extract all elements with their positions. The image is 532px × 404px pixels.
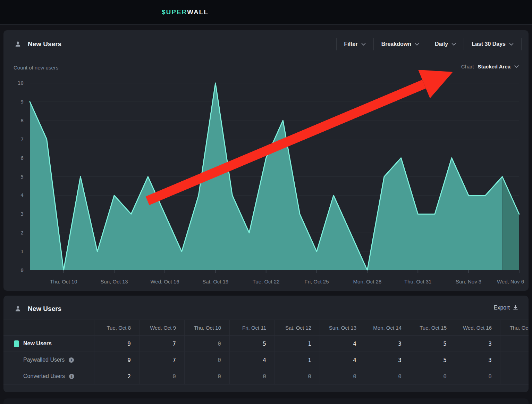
table-column-header: Tue, Oct 8	[94, 320, 139, 335]
table-value-cell: 3	[365, 336, 410, 352]
daily-granularity-dropdown[interactable]: Daily	[427, 38, 464, 50]
table-value-cell: 1	[275, 352, 320, 368]
table-column-header: Thu, Oct 10	[184, 320, 229, 335]
y-axis-tick-label: 10	[18, 80, 24, 86]
chevron-down-icon	[451, 43, 456, 46]
table-value-cell: 5	[229, 336, 275, 352]
y-axis-tick-label: 8	[20, 118, 24, 123]
data-table: Tue, Oct 8Wed, Oct 9Thu, Oct 10Fri, Oct …	[3, 320, 529, 385]
table-value-cell: 0	[184, 368, 229, 384]
table-value-cell	[500, 368, 529, 384]
row-label: Converted Users	[23, 373, 65, 379]
date-range-label: Last 30 Days	[472, 41, 506, 47]
table-value-cell: 1	[275, 336, 320, 352]
row-label: Paywalled Users	[23, 357, 65, 363]
superwall-logo: $UPERWALL	[162, 8, 209, 16]
row-label-cell: Converted Usersi	[3, 368, 94, 384]
export-label: Export	[494, 305, 510, 311]
x-axis-tick-label: Sun, Nov 3	[456, 279, 481, 285]
x-axis-tick-label: Wed, Oct 16	[150, 279, 179, 285]
y-axis-tick-label: 4	[20, 192, 24, 198]
x-axis-tick-label: Thu, Oct 31	[404, 279, 431, 285]
table-column-header: Tue, Oct 15	[410, 320, 455, 335]
table-value-cell: 3	[455, 336, 500, 352]
chart-type-label: Chart	[461, 64, 474, 69]
table-value-cell	[500, 336, 529, 352]
export-button[interactable]: Export	[494, 305, 518, 311]
next-card-edge	[3, 398, 529, 404]
table-value-cell: 4	[320, 336, 365, 352]
breakdown-label: Breakdown	[381, 41, 411, 47]
logo-accent-text: $UPER	[162, 8, 187, 16]
x-axis-tick-label: Wed, Nov 6	[497, 279, 524, 285]
stacked-area-chart: 012345678910Thu, Oct 10Sun, Oct 13Wed, O…	[3, 30, 529, 291]
series-color-swatch	[14, 340, 19, 347]
table-value-cell: 0	[229, 368, 275, 384]
table-value-cell: 0	[184, 352, 229, 368]
filter-label: Filter	[344, 41, 358, 47]
chevron-down-icon	[361, 43, 366, 46]
chart-type-dropdown[interactable]: Chart Stacked Area	[461, 64, 519, 69]
breakdown-dropdown[interactable]: Breakdown	[374, 38, 427, 50]
chevron-down-icon	[509, 43, 514, 46]
x-axis-tick-label: Thu, Oct 10	[50, 279, 77, 285]
table-body: New Users970514353Paywalled Usersi970414…	[3, 336, 529, 385]
y-axis-tick-label: 3	[20, 211, 24, 217]
table-value-cell: 0	[410, 368, 455, 384]
table-column-header: Sun, Oct 13	[320, 320, 365, 335]
dashboard-page: { "topbar": { "logo_accent": "$UPER", "l…	[0, 0, 532, 404]
row-label: New Users	[23, 340, 52, 347]
x-axis-tick-label: Sat, Oct 19	[202, 279, 228, 285]
x-axis-tick-label: Mon, Oct 28	[353, 279, 382, 285]
y-axis-tick-label: 7	[20, 137, 24, 142]
table-column-header: Fri, Oct 11	[229, 320, 275, 335]
info-icon[interactable]: i	[69, 374, 74, 379]
download-icon	[513, 305, 518, 311]
table-header-row: Tue, Oct 8Wed, Oct 9Thu, Oct 10Fri, Oct …	[3, 320, 529, 336]
table-value-cell: 5	[410, 336, 455, 352]
table-value-cell: 0	[275, 368, 320, 384]
table-value-cell: 3	[455, 352, 500, 368]
new-users-table-card: New Users Export Tue, Oct 8Wed, Oct 9Thu…	[3, 296, 529, 392]
table-value-cell: 7	[139, 336, 184, 352]
x-axis-tick-label: Fri, Oct 25	[305, 279, 329, 285]
person-icon	[15, 306, 21, 312]
date-range-dropdown[interactable]: Last 30 Days	[464, 38, 521, 50]
table-value-cell: 0	[365, 368, 410, 384]
table-column-header: Sat, Oct 12	[275, 320, 320, 335]
y-axis-tick-label: 0	[20, 267, 24, 273]
table-value-cell: 9	[94, 352, 139, 368]
row-label-cell: Paywalled Usersi	[3, 352, 94, 368]
table-value-cell: 5	[410, 352, 455, 368]
y-axis-tick-label: 9	[20, 99, 24, 105]
table-value-cell: 4	[320, 352, 365, 368]
area-current-partial-period	[502, 177, 519, 271]
chevron-down-icon	[514, 65, 519, 68]
table-value-cell: 0	[139, 368, 184, 384]
y-axis-tick-label: 6	[20, 155, 24, 161]
table-column-header: Mon, Oct 14	[365, 320, 410, 335]
new-users-chart-card: New Users Filter Breakdown Daily Last 30…	[3, 30, 529, 291]
y-axis-tick-label: 5	[20, 174, 24, 180]
filter-dropdown[interactable]: Filter	[337, 38, 373, 50]
chevron-down-icon	[415, 43, 419, 46]
table-row: Paywalled Usersi970414353	[3, 352, 529, 368]
table-value-cell: 4	[229, 352, 275, 368]
y-axis-tick-label: 1	[20, 249, 24, 254]
chart-controls: Filter Breakdown Daily Last 30 Days	[336, 38, 522, 50]
table-column-header: Thu, Oct 17	[500, 320, 529, 335]
table-row: Converted Usersi200000000	[3, 368, 529, 385]
top-bar: $UPERWALL	[0, 0, 532, 25]
table-value-cell	[500, 352, 529, 368]
table-value-cell: 0	[320, 368, 365, 384]
table-value-cell: 2	[94, 368, 139, 384]
control-divider	[521, 38, 522, 50]
table-column-header: Wed, Oct 16	[455, 320, 500, 335]
logo-rest-text: WALL	[187, 8, 209, 16]
table-row: New Users970514353	[3, 336, 529, 352]
table-value-cell: 3	[365, 352, 410, 368]
info-icon[interactable]: i	[69, 357, 74, 363]
row-label-cell: New Users	[3, 336, 94, 352]
table-value-cell: 9	[94, 336, 139, 352]
chart-type-value: Stacked Area	[478, 64, 511, 69]
